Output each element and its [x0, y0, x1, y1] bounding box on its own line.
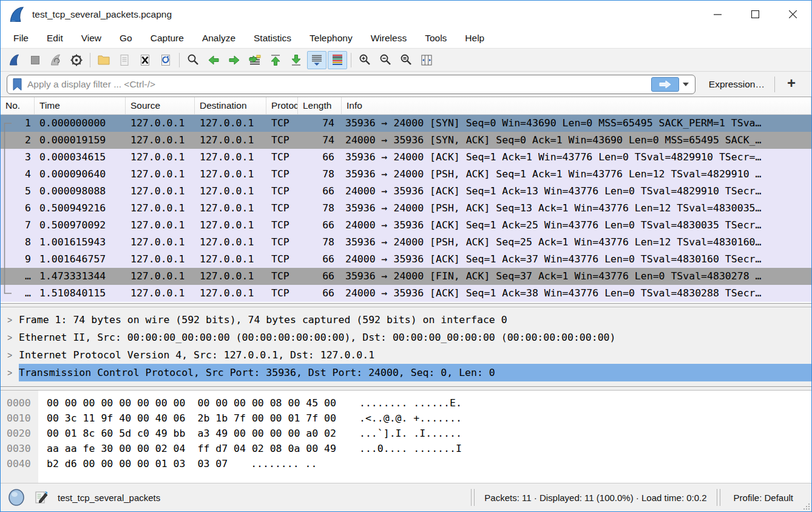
hex-ascii: ........ ......E.	[359, 395, 462, 411]
minimize-button[interactable]	[699, 1, 736, 28]
go-last-icon	[289, 53, 303, 67]
colorize-toggle[interactable]	[328, 51, 347, 69]
expand-chevron-icon[interactable]: >	[1, 315, 19, 325]
packet-cell-len: 66	[298, 217, 342, 234]
menu-item-view[interactable]: View	[72, 28, 110, 48]
maximize-button[interactable]	[736, 1, 774, 28]
packet-cell-src: 127.0.0.1	[126, 115, 195, 132]
packet-row[interactable]: 70.500970092127.0.0.1127.0.0.1TCP6624000…	[1, 217, 811, 234]
hex-row[interactable]: 002000 01 8c 60 5d c0 49 bba3 49 00 00 0…	[1, 426, 811, 441]
column-header-len[interactable]: Length	[298, 97, 342, 114]
packet-cell-dst: 127.0.0.1	[195, 285, 266, 302]
detail-row-text: Frame 1: 74 bytes on wire (592 bits), 74…	[19, 311, 811, 329]
column-header-proto[interactable]: Protocol	[266, 97, 298, 114]
packet-row[interactable]: 60.500949216127.0.0.1127.0.0.1TCP7835936…	[1, 200, 811, 217]
detail-row[interactable]: >Ethernet II, Src: 00:00:00_00:00:00 (00…	[1, 329, 811, 346]
resize-columns-button[interactable]	[417, 51, 436, 69]
capture-options-button[interactable]	[67, 51, 86, 69]
detail-row[interactable]: >Transmission Control Protocol, Src Port…	[1, 364, 811, 381]
packet-row[interactable]: 40.000090640127.0.0.1127.0.0.1TCP7835936…	[1, 166, 811, 183]
go-forward-button[interactable]	[225, 51, 244, 69]
packet-row[interactable]: 10.000000000127.0.0.1127.0.0.1TCP7435936…	[1, 115, 811, 132]
hex-row[interactable]: 001000 3c 11 9f 40 00 40 062b 1b 7f 00 0…	[1, 411, 811, 426]
open-file-button[interactable]	[94, 51, 113, 69]
column-header-dst[interactable]: Destination	[195, 97, 266, 114]
resize-grip[interactable]	[804, 503, 810, 510]
go-first-button[interactable]	[266, 51, 285, 69]
menu-item-statistics[interactable]: Statistics	[245, 28, 300, 48]
packet-cell-no: …	[1, 285, 35, 302]
hex-row[interactable]: 000000 00 00 00 00 00 00 0000 00 00 00 0…	[1, 395, 811, 411]
packet-row[interactable]: …1.510840115127.0.0.1127.0.0.1TCP6624000…	[1, 285, 811, 302]
close-button[interactable]	[774, 1, 811, 28]
zoom-in-button[interactable]	[355, 51, 374, 69]
status-profile[interactable]: Profile: Default	[725, 493, 809, 503]
go-last-button[interactable]	[286, 51, 306, 69]
packet-cell-len: 74	[298, 115, 342, 132]
reload-file-button[interactable]	[156, 51, 175, 69]
close-file-button[interactable]	[135, 51, 155, 69]
find-packet-button[interactable]	[183, 51, 203, 69]
save-file-icon	[117, 53, 132, 67]
menu-item-edit[interactable]: Edit	[38, 28, 72, 48]
resize-columns-icon	[419, 53, 434, 67]
packet-cell-proto: TCP	[266, 132, 298, 149]
expand-chevron-icon[interactable]: >	[1, 350, 19, 360]
go-to-packet-icon	[248, 53, 262, 67]
hex-offset: 0020	[7, 426, 35, 441]
column-header-time[interactable]: Time	[35, 97, 126, 114]
hex-row[interactable]: 0030aa aa fe 30 00 00 02 04ff d7 04 02 0…	[1, 441, 811, 456]
display-filter-input[interactable]	[27, 79, 651, 90]
filter-history-button[interactable]	[679, 77, 692, 92]
bookmark-icon[interactable]	[12, 78, 22, 91]
start-capture-button[interactable]	[5, 51, 24, 69]
zoom-out-button[interactable]	[376, 51, 395, 69]
menu-item-file[interactable]: File	[4, 28, 38, 48]
menu-item-capture[interactable]: Capture	[141, 28, 193, 48]
stop-capture-button[interactable]	[25, 51, 45, 69]
packet-cell-no: 2	[1, 132, 35, 149]
expand-chevron-icon[interactable]: >	[1, 333, 19, 343]
hex-row[interactable]: 0040b2 d6 00 00 00 00 01 0303 07........…	[1, 456, 811, 471]
packet-cell-dst: 127.0.0.1	[195, 183, 266, 200]
expression-button[interactable]: Expression…	[702, 79, 772, 90]
packet-cell-time: 0.000019159	[35, 132, 126, 149]
expert-info-button[interactable]	[7, 488, 26, 507]
menu-item-wireless[interactable]: Wireless	[362, 28, 416, 48]
menu-item-analyze[interactable]: Analyze	[193, 28, 245, 48]
packet-row[interactable]: 50.000098088127.0.0.1127.0.0.1TCP6624000…	[1, 183, 811, 200]
menu-item-tools[interactable]: Tools	[416, 28, 456, 48]
capture-comment-button[interactable]	[32, 488, 50, 507]
add-filter-button[interactable]: +	[777, 75, 805, 94]
auto-scroll-toggle[interactable]	[307, 51, 326, 69]
hex-offset: 0030	[7, 441, 35, 456]
packet-cell-info: 24000 → 35936 [ACK] Seq=1 Ack=13 Win=437…	[342, 183, 811, 200]
menu-item-telephony[interactable]: Telephony	[300, 28, 362, 48]
save-file-button[interactable]	[115, 51, 134, 69]
packet-row[interactable]: 81.001615943127.0.0.1127.0.0.1TCP7835936…	[1, 234, 811, 251]
toolbar-separator	[179, 53, 180, 67]
column-header-no[interactable]: No.	[1, 97, 35, 114]
apply-filter-button[interactable]	[651, 77, 679, 92]
zoom-reset-button[interactable]	[396, 51, 416, 69]
detail-row[interactable]: >Internet Protocol Version 4, Src: 127.0…	[1, 346, 811, 364]
menu-item-go[interactable]: Go	[110, 28, 141, 48]
detail-row[interactable]: >Frame 1: 74 bytes on wire (592 bits), 7…	[1, 311, 811, 329]
close-icon	[789, 10, 797, 18]
menu-item-help[interactable]: Help	[456, 28, 493, 48]
packet-row[interactable]: …1.473331344127.0.0.1127.0.0.1TCP6635936…	[1, 268, 811, 285]
hex-offset: 0010	[7, 411, 35, 426]
zoom-out-icon	[378, 53, 393, 67]
packet-row[interactable]: 30.000034615127.0.0.1127.0.0.1TCP6635936…	[1, 149, 811, 166]
go-to-packet-button[interactable]	[245, 51, 265, 69]
column-header-info[interactable]: Info	[342, 97, 811, 114]
packet-row[interactable]: 91.001646757127.0.0.1127.0.0.1TCP6624000…	[1, 251, 811, 268]
restart-capture-button[interactable]	[46, 51, 66, 69]
go-back-button[interactable]	[204, 51, 223, 69]
minimize-icon	[714, 10, 722, 18]
packet-cell-info: 24000 → 35936 [ACK] Seq=1 Ack=37 Win=437…	[342, 251, 811, 268]
packet-cell-info: 35936 → 24000 [PSH, ACK] Seq=25 Ack=1 Wi…	[342, 234, 811, 251]
expand-chevron-icon[interactable]: >	[1, 368, 19, 378]
column-header-src[interactable]: Source	[126, 97, 195, 114]
packet-row[interactable]: 20.000019159127.0.0.1127.0.0.1TCP7424000…	[1, 132, 811, 149]
